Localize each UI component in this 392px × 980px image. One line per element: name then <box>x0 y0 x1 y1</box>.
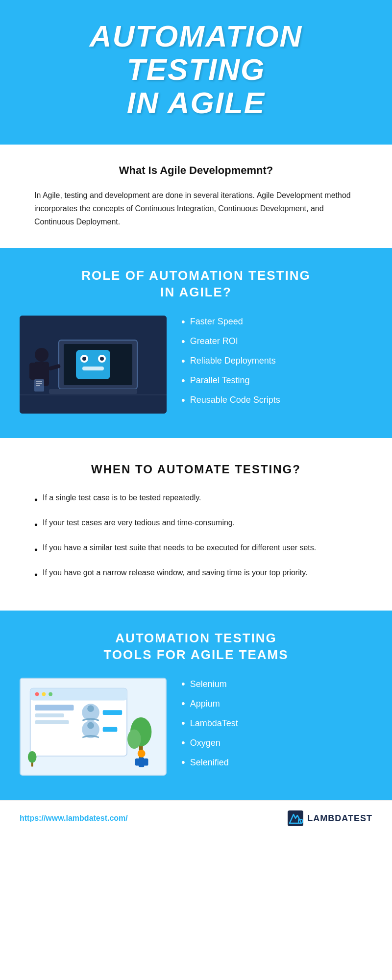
role-heading-line2: IN AGILE? <box>160 285 232 299</box>
svg-rect-28 <box>35 720 69 724</box>
role-list-item-5: Reusable Code Scripts <box>181 394 372 407</box>
tools-list-item-1: Selenium <box>181 678 372 690</box>
tools-list: Selenium Appium LambdaTest Oxygen Seleni… <box>181 678 372 776</box>
svg-point-6 <box>82 357 86 361</box>
tools-list-item-3: LambdaTest <box>181 717 372 730</box>
svg-rect-40 <box>135 758 140 765</box>
agile-def-heading: What Is Agile Developmemnt? <box>34 164 358 177</box>
title-line2: IN AGILE <box>127 86 265 120</box>
svg-rect-17 <box>36 381 42 382</box>
footer-logo: LAMBDATEST <box>288 810 372 826</box>
svg-point-23 <box>35 692 39 696</box>
when-section: WHEN TO AUTOMATE TESTING? If a single te… <box>0 438 392 611</box>
tools-illustration <box>20 678 167 776</box>
svg-rect-34 <box>103 727 118 732</box>
tools-heading: AUTOMATION TESTING TOOLS FOR AGILE TEAMS <box>20 630 372 663</box>
footer-logo-text: LAMBDATEST <box>307 813 372 824</box>
tools-list-item-5: Selenified <box>181 756 372 769</box>
agile-definition-section: What Is Agile Developmemnt? In Agile, te… <box>0 145 392 248</box>
role-heading-line1: ROLE OF AUTOMATION TESTING <box>81 268 311 283</box>
agile-def-body: In Agile, testing and development are do… <box>34 189 358 229</box>
footer: https://www.lambdatest.com/ LAMBDATEST <box>0 800 392 836</box>
role-list-item-3: Reliable Deployments <box>181 355 372 368</box>
tools-heading-line1: AUTOMATION TESTING <box>115 631 277 645</box>
tools-svg-illustration <box>21 679 166 775</box>
svg-rect-8 <box>82 367 104 370</box>
svg-rect-12 <box>29 363 36 380</box>
svg-rect-27 <box>35 713 64 717</box>
svg-rect-18 <box>36 383 42 384</box>
when-list-item-1: If a single test case is to be tested re… <box>34 491 358 508</box>
svg-rect-33 <box>103 710 122 715</box>
when-list-item-2: If your test cases are very tedious and … <box>34 516 358 533</box>
tools-content: Selenium Appium LambdaTest Oxygen Seleni… <box>20 678 372 776</box>
lambdatest-logo-icon <box>288 810 303 826</box>
role-list-item-2: Greater ROI <box>181 335 372 348</box>
when-heading: WHEN TO AUTOMATE TESTING? <box>34 463 358 476</box>
when-list-item-4: If you have got a narrow release window,… <box>34 566 358 583</box>
svg-point-37 <box>127 729 141 748</box>
role-section: ROLE OF AUTOMATION TESTING IN AGILE? <box>0 248 392 438</box>
title-line1: AUTOMATION TESTING <box>90 19 302 86</box>
svg-rect-41 <box>144 758 148 765</box>
tools-list-item-4: Oxygen <box>181 736 372 749</box>
tools-list-item-2: Appium <box>181 697 372 710</box>
svg-point-43 <box>28 751 37 763</box>
svg-point-38 <box>138 750 146 758</box>
role-list-item-4: Parallel Testing <box>181 374 372 387</box>
main-title: AUTOMATION TESTING IN AGILE <box>29 20 363 120</box>
role-list: Faster Speed Greater ROI Reliable Deploy… <box>181 316 372 414</box>
footer-url[interactable]: https://www.lambdatest.com/ <box>20 814 128 823</box>
svg-rect-26 <box>35 705 74 710</box>
when-list: If a single test case is to be tested re… <box>34 491 358 583</box>
svg-rect-15 <box>20 394 167 395</box>
svg-rect-9 <box>49 389 137 394</box>
svg-rect-19 <box>36 385 40 386</box>
tools-section: AUTOMATION TESTING TOOLS FOR AGILE TEAMS <box>0 611 392 801</box>
svg-point-24 <box>42 692 46 696</box>
header-section: AUTOMATION TESTING IN AGILE <box>0 0 392 145</box>
role-heading: ROLE OF AUTOMATION TESTING IN AGILE? <box>20 268 372 301</box>
svg-rect-13 <box>42 363 49 380</box>
svg-rect-3 <box>76 350 110 379</box>
tools-heading-line2: TOOLS FOR AGILE TEAMS <box>103 647 288 662</box>
role-svg-illustration <box>20 316 167 414</box>
svg-point-25 <box>49 692 52 696</box>
role-content: Faster Speed Greater ROI Reliable Deploy… <box>20 316 372 414</box>
svg-point-7 <box>100 357 104 361</box>
svg-point-30 <box>87 705 94 712</box>
svg-point-10 <box>35 348 49 362</box>
when-list-item-3: If you have a similar test suite that ne… <box>34 541 358 558</box>
role-illustration <box>20 316 167 414</box>
svg-point-32 <box>87 722 94 729</box>
role-list-item-1: Faster Speed <box>181 316 372 328</box>
